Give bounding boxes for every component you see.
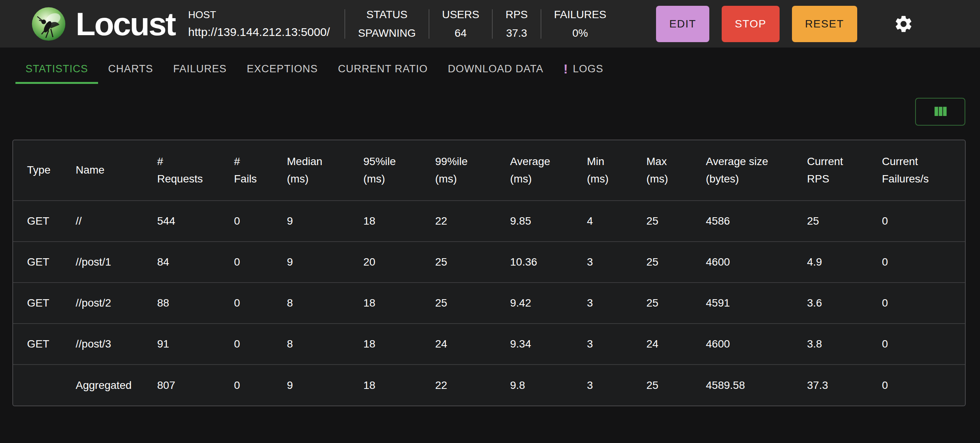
column-header-line: 99%ile [435,153,510,170]
tab-charts[interactable]: CHARTS [98,56,163,84]
table-cell: 3.6 [807,283,882,324]
column-header[interactable]: #Fails [234,140,287,201]
column-header-line: (ms) [646,170,706,188]
host-info: HOST http://139.144.212.13:5000/ [188,9,330,39]
table-cell: 37.3 [807,365,882,406]
tab-label: LOGS [573,63,604,75]
column-header[interactable]: Max(ms) [646,140,706,201]
table-cell: 0 [882,324,965,365]
locust-logo [31,5,66,43]
column-header[interactable]: #Requests [157,140,234,201]
rps-value: 37.3 [506,27,527,39]
column-header[interactable]: Type [13,140,76,201]
tab-current-ratio[interactable]: CURRENT RATIO [328,56,438,84]
table-cell: GET [13,201,76,242]
column-header[interactable]: 99%ile(ms) [435,140,510,201]
table-cell: 4589.58 [706,365,807,406]
table-cell: 3 [587,242,646,283]
column-header-line: (ms) [435,170,510,188]
table-cell: Aggregated [76,365,157,406]
reset-button[interactable]: RESET [792,6,857,42]
table-cell: 3 [587,324,646,365]
column-header[interactable]: Average size(bytes) [706,140,807,201]
tab-label: DOWNLOAD DATA [448,63,544,75]
column-header-line: Requests [157,170,234,188]
column-header[interactable]: Min(ms) [587,140,646,201]
table-row: GET//post/2880818259.4232545913.60 [13,283,965,324]
column-header[interactable]: 95%ile(ms) [363,140,435,201]
table-cell: 9.34 [510,324,587,365]
table-row: GET//post/18409202510.3632546004.90 [13,242,965,283]
column-header-line: Average [510,153,587,170]
settings-button[interactable] [893,13,914,35]
app-title: Locust [76,8,175,40]
table-row: GET//5440918229.854254586250 [13,201,965,242]
rps-label: RPS [505,9,528,21]
table-cell: // [76,201,157,242]
table-cell: 9 [287,242,363,283]
column-header-line: Failures/s [882,170,965,188]
table-cell: 22 [435,365,510,406]
table-cell: //post/2 [76,283,157,324]
tab-label: CHARTS [108,63,153,75]
table-cell: 9.42 [510,283,587,324]
exclamation-icon: ! [563,64,568,74]
column-header-line: (ms) [510,170,587,188]
table-cell: //post/3 [76,324,157,365]
table-cell: 20 [363,242,435,283]
column-header-line: Type [27,162,76,179]
failures-label: FAILURES [554,9,606,21]
stop-button[interactable]: STOP [722,6,780,42]
table-cell: 9 [287,365,363,406]
status-label: STATUS [366,9,407,21]
table-cell: 18 [363,324,435,365]
table-cell: 25 [646,283,706,324]
users-label: USERS [442,9,479,21]
table-cell: GET [13,242,76,283]
table-toolbar [0,98,965,126]
view-columns-icon [932,103,949,120]
failures-value: 0% [572,27,588,39]
column-header[interactable]: Average(ms) [510,140,587,201]
table-cell: 22 [435,201,510,242]
column-header-line: Current [882,153,965,170]
column-header-line: Max [646,153,706,170]
statistics-table-card: TypeName#Requests#FailsMedian(ms)95%ile(… [12,140,966,406]
table-cell: 807 [157,365,234,406]
table-cell: 25 [646,201,706,242]
tab-download-data[interactable]: DOWNLOAD DATA [438,56,554,84]
tab-logs[interactable]: ! LOGS [553,56,613,84]
table-cell: 91 [157,324,234,365]
tab-bar: STATISTICS CHARTS FAILURES EXCEPTIONS CU… [0,48,980,84]
column-header[interactable]: Median(ms) [287,140,363,201]
header-actions: EDIT STOP RESET [656,6,857,42]
table-cell: GET [13,283,76,324]
table-body: GET//5440918229.854254586250GET//post/18… [13,201,965,406]
column-header[interactable]: Name [76,140,157,201]
locust-logo-icon [31,5,66,43]
table-cell: //post/1 [76,242,157,283]
edit-button[interactable]: EDIT [656,6,709,42]
table-cell: 4600 [706,242,807,283]
column-header[interactable]: CurrentRPS [807,140,882,201]
status-value: SPAWNING [358,27,415,39]
column-selector-button[interactable] [915,98,965,126]
tab-statistics[interactable]: STATISTICS [15,56,98,84]
tab-failures[interactable]: FAILURES [163,56,237,84]
table-cell: 25 [646,242,706,283]
table-cell: GET [13,324,76,365]
table-cell: 88 [157,283,234,324]
table-cell: 0 [234,324,287,365]
column-header-line: Name [76,162,157,179]
table-row: Aggregated8070918229.83254589.5837.30 [13,365,965,406]
table-cell: 4600 [706,324,807,365]
failures-box: FAILURES 0% [541,9,619,39]
column-header[interactable]: CurrentFailures/s [882,140,965,201]
column-header-line: Min [587,153,646,170]
tab-label: EXCEPTIONS [247,63,318,75]
column-header-line: (ms) [287,170,363,188]
table-cell: 3 [587,283,646,324]
tab-exceptions[interactable]: EXCEPTIONS [237,56,328,84]
column-header-line: # [234,153,287,170]
table-cell: 10.36 [510,242,587,283]
